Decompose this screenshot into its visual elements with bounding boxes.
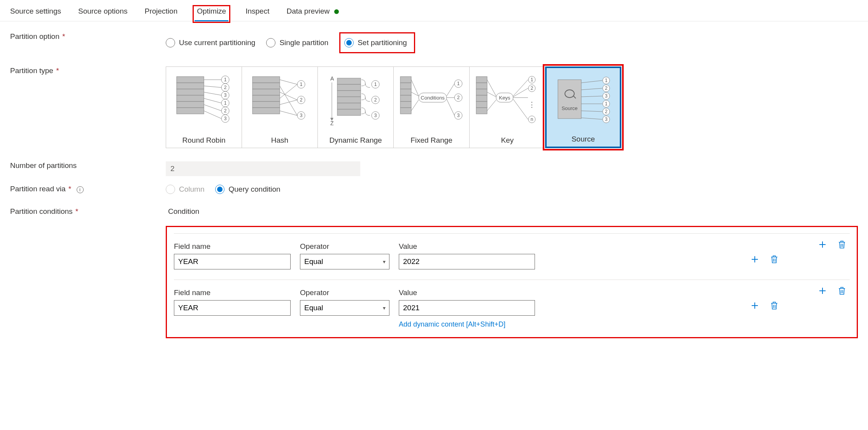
label-operator: Operator <box>300 288 389 297</box>
svg-rect-58 <box>400 83 411 89</box>
label-value: Value <box>399 288 535 297</box>
svg-rect-27 <box>253 95 280 101</box>
condition-block: Field name Operator ▾ Value <box>174 280 850 329</box>
tab-optimize[interactable]: Optimize <box>195 7 228 21</box>
svg-line-35 <box>280 111 297 115</box>
svg-line-65 <box>411 100 419 111</box>
svg-line-103 <box>581 88 602 90</box>
svg-rect-79 <box>476 89 487 95</box>
tab-source-settings[interactable]: Source settings <box>10 7 61 21</box>
svg-text:3: 3 <box>605 117 608 122</box>
svg-rect-45 <box>337 78 361 84</box>
label-partition-type: Partition type * <box>10 66 166 75</box>
svg-rect-1 <box>177 83 204 89</box>
label-partition-read-via: Partition read via * i <box>10 185 166 193</box>
svg-line-11 <box>204 111 221 119</box>
radio-circle-icon <box>215 185 224 194</box>
svg-rect-3 <box>177 95 204 101</box>
tab-data-preview[interactable]: Data preview <box>286 7 338 21</box>
tile-dynamic-range[interactable]: A Z <box>317 66 394 148</box>
tab-data-preview-label: Data preview <box>286 7 330 15</box>
label-field-name: Field name <box>174 242 291 251</box>
svg-rect-99 <box>558 80 581 119</box>
delete-row-button[interactable] <box>769 254 780 265</box>
svg-text:2: 2 <box>605 86 608 91</box>
svg-line-83 <box>487 80 496 96</box>
conditions-container: Field name Operator ▾ Value <box>166 226 858 338</box>
radio-circle-icon <box>344 38 354 47</box>
value-input[interactable] <box>399 254 535 269</box>
svg-rect-28 <box>253 101 280 108</box>
svg-text:Conditions: Conditions <box>421 95 445 101</box>
svg-line-84 <box>487 92 496 97</box>
svg-line-107 <box>581 118 602 119</box>
radio-set-partitioning[interactable]: Set partitioning <box>344 38 407 47</box>
delete-condition-button[interactable] <box>836 285 847 296</box>
radio-circle-icon <box>166 38 175 47</box>
radio-use-current-partitioning[interactable]: Use current partitioning <box>166 38 255 47</box>
svg-rect-0 <box>177 77 204 83</box>
delete-condition-button[interactable] <box>836 239 847 250</box>
svg-line-30 <box>280 80 297 84</box>
add-condition-button[interactable] <box>817 285 828 296</box>
tab-projection[interactable]: Projection <box>145 7 178 21</box>
svg-line-89 <box>513 88 528 97</box>
radio-query-condition[interactable]: Query condition <box>215 185 280 194</box>
svg-rect-82 <box>476 108 487 114</box>
svg-line-33 <box>280 84 297 98</box>
svg-text:n: n <box>531 117 533 122</box>
svg-text:2: 2 <box>374 97 377 103</box>
operator-select[interactable] <box>300 300 389 316</box>
svg-line-64 <box>411 92 419 96</box>
tile-illustration: Conditions 1 2 3 <box>394 67 469 133</box>
svg-rect-4 <box>177 101 204 108</box>
svg-rect-61 <box>400 101 411 108</box>
svg-text:A: A <box>330 75 334 82</box>
delete-row-button[interactable] <box>769 300 780 311</box>
tile-illustration: 1 2 3 1 2 3 <box>166 67 242 133</box>
svg-text:1: 1 <box>374 82 377 87</box>
tile-round-robin[interactable]: 1 2 3 1 2 3 Round Robin <box>166 66 242 148</box>
tab-bar: Source settings Source options Projectio… <box>0 0 868 21</box>
svg-rect-47 <box>337 91 361 97</box>
svg-rect-81 <box>476 101 487 108</box>
svg-text:2: 2 <box>224 85 227 90</box>
tab-source-options[interactable]: Source options <box>78 7 128 21</box>
add-dynamic-content-link[interactable]: Add dynamic content [Alt+Shift+D] <box>399 320 535 329</box>
svg-rect-29 <box>253 108 280 114</box>
svg-rect-25 <box>253 83 280 89</box>
add-condition-button[interactable] <box>817 239 828 250</box>
tile-hash[interactable]: 1 2 3 Hash <box>242 66 318 148</box>
label-value: Value <box>399 242 535 251</box>
tile-fixed-range[interactable]: Conditions 1 2 3 Fixed R <box>393 66 470 148</box>
tile-illustration: A Z <box>318 67 393 133</box>
tab-inspect[interactable]: Inspect <box>245 7 269 21</box>
svg-line-10 <box>204 105 221 111</box>
tile-key[interactable]: Keys 1 2 ⋮ n <box>469 66 545 148</box>
info-icon[interactable]: i <box>77 186 84 193</box>
svg-text:2: 2 <box>300 97 303 103</box>
svg-rect-57 <box>400 77 411 83</box>
svg-line-63 <box>411 80 419 96</box>
radio-single-partition[interactable]: Single partition <box>266 38 328 47</box>
svg-line-104 <box>581 96 602 97</box>
operator-select[interactable] <box>300 254 389 269</box>
svg-text:1: 1 <box>224 77 227 82</box>
add-row-button[interactable] <box>749 300 760 311</box>
number-of-partitions-input <box>166 161 360 176</box>
value-input[interactable] <box>399 300 535 316</box>
svg-line-85 <box>487 100 496 111</box>
svg-text:2: 2 <box>457 95 460 100</box>
condition-block: Field name Operator ▾ Value <box>174 233 850 269</box>
svg-text:Source: Source <box>561 105 577 111</box>
add-row-button[interactable] <box>749 254 760 265</box>
svg-rect-78 <box>476 83 487 89</box>
field-name-input[interactable] <box>174 254 291 269</box>
label-field-name: Field name <box>174 288 291 297</box>
svg-text:1: 1 <box>605 78 608 83</box>
svg-line-7 <box>204 86 221 87</box>
svg-text:3: 3 <box>374 113 377 118</box>
field-name-input[interactable] <box>174 300 291 316</box>
svg-line-88 <box>513 80 528 96</box>
tile-source[interactable]: Source 1 2 3 1 2 <box>545 66 621 148</box>
